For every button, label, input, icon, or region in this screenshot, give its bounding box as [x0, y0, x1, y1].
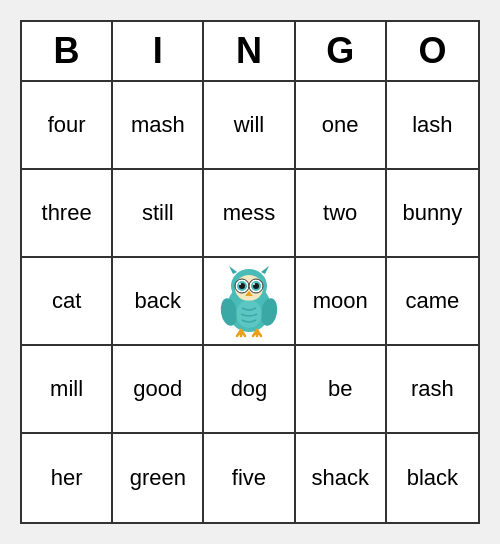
- cell-2-2-free: [204, 258, 295, 346]
- cell-4-0: her: [22, 434, 113, 522]
- cell-2-4: came: [387, 258, 478, 346]
- bingo-grid: four mash will one lash three still mess…: [22, 82, 478, 522]
- svg-marker-4: [229, 266, 237, 274]
- header-n: N: [204, 22, 295, 80]
- cell-1-0: three: [22, 170, 113, 258]
- cell-1-1: still: [113, 170, 204, 258]
- svg-point-14: [253, 283, 255, 285]
- cell-2-1: back: [113, 258, 204, 346]
- cell-1-3: two: [296, 170, 387, 258]
- cell-3-2: dog: [204, 346, 295, 434]
- cell-4-1: green: [113, 434, 204, 522]
- free-space-owl: [208, 262, 289, 340]
- cell-3-1: good: [113, 346, 204, 434]
- header-g: G: [296, 22, 387, 80]
- cell-1-4: bunny: [387, 170, 478, 258]
- cell-0-3: one: [296, 82, 387, 170]
- svg-marker-5: [261, 266, 269, 274]
- cell-3-0: mill: [22, 346, 113, 434]
- cell-3-4: rash: [387, 346, 478, 434]
- bingo-header: B I N G O: [22, 22, 478, 82]
- cell-4-2: five: [204, 434, 295, 522]
- cell-0-1: mash: [113, 82, 204, 170]
- cell-0-4: lash: [387, 82, 478, 170]
- cell-4-3: shack: [296, 434, 387, 522]
- header-i: I: [113, 22, 204, 80]
- cell-2-0: cat: [22, 258, 113, 346]
- svg-point-13: [239, 283, 241, 285]
- header-b: B: [22, 22, 113, 80]
- cell-1-2: mess: [204, 170, 295, 258]
- cell-0-2: will: [204, 82, 295, 170]
- header-o: O: [387, 22, 478, 80]
- svg-point-16: [236, 300, 262, 328]
- cell-4-4: black: [387, 434, 478, 522]
- cell-3-3: be: [296, 346, 387, 434]
- bingo-card: B I N G O four mash will one lash three …: [20, 20, 480, 524]
- cell-2-3: moon: [296, 258, 387, 346]
- cell-0-0: four: [22, 82, 113, 170]
